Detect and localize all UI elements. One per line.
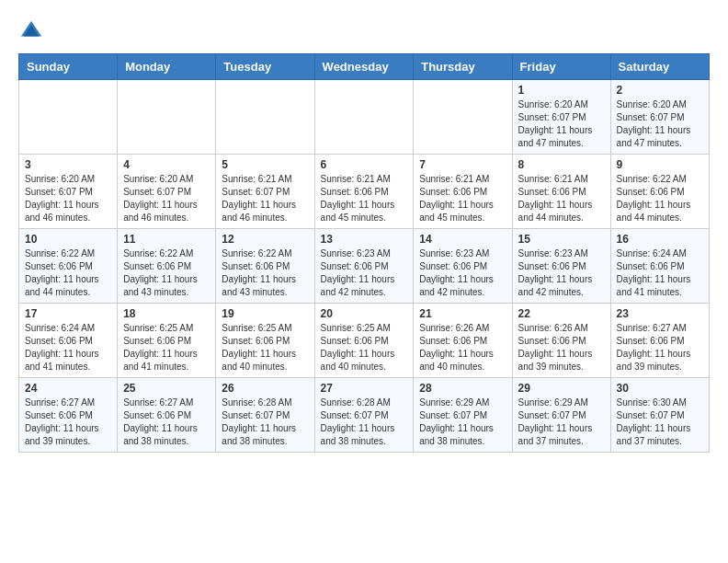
cell-content: Sunrise: 6:27 AM Sunset: 6:06 PM Dayligh… — [123, 396, 210, 448]
day-number: 23 — [617, 307, 703, 320]
day-number: 26 — [222, 382, 308, 395]
calendar-cell: 4Sunrise: 6:20 AM Sunset: 6:07 PM Daylig… — [118, 155, 216, 229]
cell-content: Sunrise: 6:27 AM Sunset: 6:06 PM Dayligh… — [617, 322, 703, 373]
cell-content: Sunrise: 6:25 AM Sunset: 6:06 PM Dayligh… — [123, 322, 210, 373]
day-number: 17 — [25, 307, 111, 320]
cell-content: Sunrise: 6:20 AM Sunset: 6:07 PM Dayligh… — [123, 173, 210, 224]
day-number: 9 — [617, 158, 703, 171]
cell-content: Sunrise: 6:24 AM Sunset: 6:06 PM Dayligh… — [25, 322, 111, 373]
cell-content: Sunrise: 6:25 AM Sunset: 6:06 PM Dayligh… — [222, 322, 308, 373]
day-number: 8 — [518, 158, 605, 171]
day-number: 6 — [321, 158, 408, 171]
calendar-cell: 14Sunrise: 6:23 AM Sunset: 6:06 PM Dayli… — [414, 229, 512, 304]
cell-content: Sunrise: 6:22 AM Sunset: 6:06 PM Dayligh… — [222, 247, 308, 299]
calendar-cell: 5Sunrise: 6:21 AM Sunset: 6:07 PM Daylig… — [216, 155, 314, 229]
calendar-cell: 18Sunrise: 6:25 AM Sunset: 6:06 PM Dayli… — [118, 304, 216, 378]
cell-content: Sunrise: 6:21 AM Sunset: 6:06 PM Dayligh… — [518, 173, 605, 224]
calendar-header-row: SundayMondayTuesdayWednesdayThursdayFrid… — [19, 54, 710, 80]
day-number: 13 — [321, 233, 408, 246]
day-number: 5 — [222, 158, 308, 171]
weekday-header: Saturday — [610, 54, 709, 80]
day-number: 30 — [617, 382, 703, 395]
calendar-body: 1Sunrise: 6:20 AM Sunset: 6:07 PM Daylig… — [19, 80, 710, 453]
calendar-cell — [118, 80, 216, 155]
cell-content: Sunrise: 6:21 AM Sunset: 6:06 PM Dayligh… — [419, 173, 506, 224]
calendar-cell: 24Sunrise: 6:27 AM Sunset: 6:06 PM Dayli… — [19, 378, 118, 453]
calendar-cell: 13Sunrise: 6:23 AM Sunset: 6:06 PM Dayli… — [314, 229, 414, 304]
cell-content: Sunrise: 6:27 AM Sunset: 6:06 PM Dayligh… — [25, 396, 111, 448]
cell-content: Sunrise: 6:23 AM Sunset: 6:06 PM Dayligh… — [518, 247, 605, 299]
day-number: 24 — [25, 382, 111, 395]
calendar-cell: 22Sunrise: 6:26 AM Sunset: 6:06 PM Dayli… — [512, 304, 610, 378]
calendar-cell: 16Sunrise: 6:24 AM Sunset: 6:06 PM Dayli… — [610, 229, 709, 304]
cell-content: Sunrise: 6:20 AM Sunset: 6:07 PM Dayligh… — [25, 173, 111, 224]
calendar-cell: 3Sunrise: 6:20 AM Sunset: 6:07 PM Daylig… — [19, 155, 118, 229]
calendar-week-row: 17Sunrise: 6:24 AM Sunset: 6:06 PM Dayli… — [19, 304, 710, 378]
weekday-header: Friday — [512, 54, 610, 80]
day-number: 20 — [321, 307, 408, 320]
calendar-cell: 2Sunrise: 6:20 AM Sunset: 6:07 PM Daylig… — [610, 80, 709, 155]
calendar-cell: 7Sunrise: 6:21 AM Sunset: 6:06 PM Daylig… — [414, 155, 512, 229]
calendar-cell: 23Sunrise: 6:27 AM Sunset: 6:06 PM Dayli… — [610, 304, 709, 378]
cell-content: Sunrise: 6:23 AM Sunset: 6:06 PM Dayligh… — [419, 247, 506, 299]
cell-content: Sunrise: 6:30 AM Sunset: 6:07 PM Dayligh… — [617, 396, 703, 448]
calendar-cell: 12Sunrise: 6:22 AM Sunset: 6:06 PM Dayli… — [216, 229, 314, 304]
weekday-header: Sunday — [19, 54, 118, 80]
cell-content: Sunrise: 6:26 AM Sunset: 6:06 PM Dayligh… — [419, 322, 506, 373]
day-number: 22 — [518, 307, 605, 320]
cell-content: Sunrise: 6:21 AM Sunset: 6:07 PM Dayligh… — [222, 173, 308, 224]
calendar-table: SundayMondayTuesdayWednesdayThursdayFrid… — [18, 53, 710, 453]
calendar-cell: 17Sunrise: 6:24 AM Sunset: 6:06 PM Dayli… — [19, 304, 118, 378]
day-number: 2 — [617, 84, 703, 97]
weekday-header: Wednesday — [314, 54, 414, 80]
cell-content: Sunrise: 6:22 AM Sunset: 6:06 PM Dayligh… — [25, 247, 111, 299]
calendar-cell: 11Sunrise: 6:22 AM Sunset: 6:06 PM Dayli… — [118, 229, 216, 304]
calendar-cell: 29Sunrise: 6:29 AM Sunset: 6:07 PM Dayli… — [512, 378, 610, 453]
logo — [18, 18, 48, 44]
day-number: 19 — [222, 307, 308, 320]
day-number: 16 — [617, 233, 703, 246]
cell-content: Sunrise: 6:29 AM Sunset: 6:07 PM Dayligh… — [419, 396, 506, 448]
day-number: 10 — [25, 233, 111, 246]
day-number: 12 — [222, 233, 308, 246]
cell-content: Sunrise: 6:22 AM Sunset: 6:06 PM Dayligh… — [123, 247, 210, 299]
day-number: 28 — [419, 382, 506, 395]
day-number: 21 — [419, 307, 506, 320]
day-number: 25 — [123, 382, 210, 395]
calendar-cell: 10Sunrise: 6:22 AM Sunset: 6:06 PM Dayli… — [19, 229, 118, 304]
calendar-cell: 6Sunrise: 6:21 AM Sunset: 6:06 PM Daylig… — [314, 155, 414, 229]
cell-content: Sunrise: 6:28 AM Sunset: 6:07 PM Dayligh… — [321, 396, 408, 448]
calendar-week-row: 1Sunrise: 6:20 AM Sunset: 6:07 PM Daylig… — [19, 80, 710, 155]
calendar-cell — [314, 80, 414, 155]
cell-content: Sunrise: 6:28 AM Sunset: 6:07 PM Dayligh… — [222, 396, 308, 448]
logo-icon — [18, 18, 44, 44]
day-number: 18 — [123, 307, 210, 320]
calendar-cell: 30Sunrise: 6:30 AM Sunset: 6:07 PM Dayli… — [610, 378, 709, 453]
cell-content: Sunrise: 6:24 AM Sunset: 6:06 PM Dayligh… — [617, 247, 703, 299]
day-number: 1 — [518, 84, 605, 97]
weekday-header: Thursday — [414, 54, 512, 80]
day-number: 7 — [419, 158, 506, 171]
day-number: 29 — [518, 382, 605, 395]
day-number: 15 — [518, 233, 605, 246]
day-number: 14 — [419, 233, 506, 246]
calendar-cell — [414, 80, 512, 155]
weekday-header: Monday — [118, 54, 216, 80]
weekday-header: Tuesday — [216, 54, 314, 80]
calendar-week-row: 3Sunrise: 6:20 AM Sunset: 6:07 PM Daylig… — [19, 155, 710, 229]
page-header — [18, 18, 710, 44]
calendar-cell: 19Sunrise: 6:25 AM Sunset: 6:06 PM Dayli… — [216, 304, 314, 378]
calendar-cell: 8Sunrise: 6:21 AM Sunset: 6:06 PM Daylig… — [512, 155, 610, 229]
cell-content: Sunrise: 6:29 AM Sunset: 6:07 PM Dayligh… — [518, 396, 605, 448]
calendar-cell: 20Sunrise: 6:25 AM Sunset: 6:06 PM Dayli… — [314, 304, 414, 378]
cell-content: Sunrise: 6:21 AM Sunset: 6:06 PM Dayligh… — [321, 173, 408, 224]
day-number: 27 — [321, 382, 408, 395]
cell-content: Sunrise: 6:22 AM Sunset: 6:06 PM Dayligh… — [617, 173, 703, 224]
calendar-cell: 15Sunrise: 6:23 AM Sunset: 6:06 PM Dayli… — [512, 229, 610, 304]
calendar-cell: 27Sunrise: 6:28 AM Sunset: 6:07 PM Dayli… — [314, 378, 414, 453]
cell-content: Sunrise: 6:20 AM Sunset: 6:07 PM Dayligh… — [518, 98, 605, 150]
calendar-week-row: 10Sunrise: 6:22 AM Sunset: 6:06 PM Dayli… — [19, 229, 710, 304]
calendar-cell: 9Sunrise: 6:22 AM Sunset: 6:06 PM Daylig… — [610, 155, 709, 229]
calendar-cell: 26Sunrise: 6:28 AM Sunset: 6:07 PM Dayli… — [216, 378, 314, 453]
day-number: 11 — [123, 233, 210, 246]
